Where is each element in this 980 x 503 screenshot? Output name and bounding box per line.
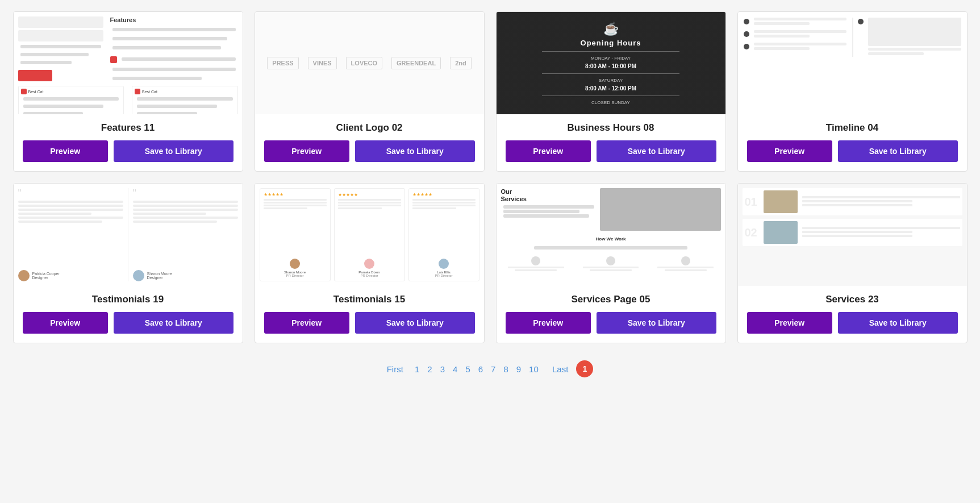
pagination-page-7[interactable]: 7 bbox=[489, 363, 498, 375]
card-body-testimonials-19: Testimonials 19 Preview Save to Library bbox=[14, 286, 243, 343]
card-title-testimonials-15: Testimonials 15 bbox=[264, 294, 475, 305]
card-body-business-hours-08: Business Hours 08 Preview Save to Librar… bbox=[497, 114, 725, 171]
card-actions-testimonials-15: Preview Save to Library bbox=[264, 312, 475, 334]
card-services-23: 01 02 bbox=[737, 183, 968, 343]
preview-button-testimonials-15[interactable]: Preview bbox=[264, 312, 349, 334]
pagination-page-4[interactable]: 4 bbox=[451, 363, 460, 375]
card-title-client-logo-02: Client Logo 02 bbox=[264, 122, 475, 134]
pagination-page-9[interactable]: 9 bbox=[514, 363, 523, 375]
logo-press: PRESS bbox=[267, 57, 298, 69]
logo-greendeal: GREENDEAL bbox=[391, 57, 441, 69]
biz-time2: 8:00 AM - 12:00 PM bbox=[585, 85, 636, 92]
card-testimonials-15: ★★★★★ Sharon MoorePR Director ★★★★★ bbox=[255, 183, 485, 343]
pagination-separator2 bbox=[544, 364, 547, 374]
biz-saturday: SATURDAY bbox=[599, 78, 623, 83]
pagination-page-6[interactable]: 6 bbox=[476, 363, 485, 375]
card-body-testimonials-15: Testimonials 15 Preview Save to Library bbox=[255, 286, 484, 343]
card-title-services-page-05: Services Page 05 bbox=[506, 294, 716, 305]
card-preview-client-logo-02: PRESS VINES LOVECO GREENDEAL 2nd bbox=[255, 12, 484, 114]
card-preview-features-11: Features bbox=[14, 12, 243, 114]
biz-mon-fri: MONDAY - FRIDAY bbox=[591, 56, 631, 61]
pagination-page-5[interactable]: 5 bbox=[463, 363, 472, 375]
card-preview-timeline-04 bbox=[738, 12, 967, 114]
card-services-page-05: OurServices How We Work bbox=[496, 183, 726, 343]
biz-divider bbox=[542, 51, 679, 52]
save-button-services-page-05[interactable]: Save to Library bbox=[597, 312, 716, 334]
pagination-page-2[interactable]: 2 bbox=[425, 363, 434, 375]
card-actions-timeline-04: Preview Save to Library bbox=[747, 140, 958, 162]
card-actions-business-hours-08: Preview Save to Library bbox=[506, 140, 716, 162]
card-actions-testimonials-19: Preview Save to Library bbox=[23, 312, 233, 334]
card-actions-services-23: Preview Save to Library bbox=[747, 312, 958, 334]
logo-2nd: 2nd bbox=[450, 57, 472, 69]
card-testimonials-19: " Patricia Cooper Designer bbox=[13, 183, 243, 343]
card-preview-services-page-05: OurServices How We Work bbox=[497, 184, 725, 286]
pagination-page-1[interactable]: 1 bbox=[412, 363, 422, 375]
save-button-features-11[interactable]: Save to Library bbox=[114, 140, 233, 162]
card-preview-business-hours-08: ☕ Opening Hours MONDAY - FRIDAY 8:00 AM … bbox=[497, 12, 725, 114]
card-title-testimonials-19: Testimonials 19 bbox=[23, 294, 233, 305]
card-actions-services-page-05: Preview Save to Library bbox=[506, 312, 716, 334]
pagination-current: 1 bbox=[576, 360, 593, 377]
preview-button-features-11[interactable]: Preview bbox=[23, 140, 108, 162]
biz-closed: CLOSED SUNDAY bbox=[591, 100, 630, 105]
pagination-last[interactable]: Last bbox=[550, 363, 570, 375]
card-body-features-11: Features 11 Preview Save to Library bbox=[14, 114, 243, 171]
save-button-timeline-04[interactable]: Save to Library bbox=[838, 140, 958, 162]
save-button-testimonials-19[interactable]: Save to Library bbox=[114, 312, 233, 334]
pagination-separator1 bbox=[407, 364, 409, 374]
biz-time1: 8:00 AM - 10:00 PM bbox=[585, 63, 636, 69]
card-body-services-page-05: Services Page 05 Preview Save to Library bbox=[497, 286, 725, 343]
card-body-services-23: Services 23 Preview Save to Library bbox=[738, 286, 967, 343]
preview-button-client-logo-02[interactable]: Preview bbox=[264, 140, 349, 162]
logo-vines: VINES bbox=[308, 57, 337, 69]
card-body-timeline-04: Timeline 04 Preview Save to Library bbox=[738, 114, 967, 171]
card-title-services-23: Services 23 bbox=[747, 294, 958, 305]
logo-loveco: LOVECO bbox=[346, 57, 382, 69]
biz-divider2 bbox=[542, 73, 679, 74]
card-client-logo-02: PRESS VINES LOVECO GREENDEAL 2nd Client … bbox=[255, 11, 485, 172]
card-actions-features-11: Preview Save to Library bbox=[23, 140, 233, 162]
preview-button-services-23[interactable]: Preview bbox=[747, 312, 832, 334]
biz-divider3 bbox=[542, 95, 679, 96]
biz-hours-title: Opening Hours bbox=[581, 39, 641, 47]
preview-button-testimonials-19[interactable]: Preview bbox=[23, 312, 108, 334]
card-features-11: Features bbox=[13, 11, 243, 172]
card-title-timeline-04: Timeline 04 bbox=[747, 122, 958, 134]
cards-grid: Features bbox=[13, 11, 968, 343]
preview-button-services-page-05[interactable]: Preview bbox=[506, 312, 591, 334]
card-preview-testimonials-19: " Patricia Cooper Designer bbox=[14, 184, 243, 286]
save-button-testimonials-15[interactable]: Save to Library bbox=[355, 312, 475, 334]
save-button-business-hours-08[interactable]: Save to Library bbox=[597, 140, 716, 162]
card-preview-services-23: 01 02 bbox=[738, 184, 967, 286]
card-preview-testimonials-15: ★★★★★ Sharon MoorePR Director ★★★★★ bbox=[255, 184, 484, 286]
save-button-client-logo-02[interactable]: Save to Library bbox=[355, 140, 475, 162]
pagination-page-10[interactable]: 10 bbox=[527, 363, 541, 375]
card-timeline-04: Timeline 04 Preview Save to Library bbox=[737, 11, 968, 172]
preview-button-timeline-04[interactable]: Preview bbox=[747, 140, 832, 162]
card-actions-client-logo-02: Preview Save to Library bbox=[264, 140, 475, 162]
pagination-page-8[interactable]: 8 bbox=[501, 363, 510, 375]
preview-button-business-hours-08[interactable]: Preview bbox=[506, 140, 591, 162]
card-title-features-11: Features 11 bbox=[23, 122, 233, 134]
pagination-first[interactable]: First bbox=[387, 364, 403, 374]
pagination-page-3[interactable]: 3 bbox=[438, 363, 447, 375]
save-button-services-23[interactable]: Save to Library bbox=[838, 312, 958, 334]
coffee-icon: ☕ bbox=[603, 22, 619, 36]
card-title-business-hours-08: Business Hours 08 bbox=[506, 122, 716, 134]
card-business-hours-08: ☕ Opening Hours MONDAY - FRIDAY 8:00 AM … bbox=[496, 11, 726, 172]
pagination: First 1 2 3 4 5 6 7 8 9 10 Last 1 bbox=[11, 360, 969, 389]
card-body-client-logo-02: Client Logo 02 Preview Save to Library bbox=[255, 114, 484, 171]
